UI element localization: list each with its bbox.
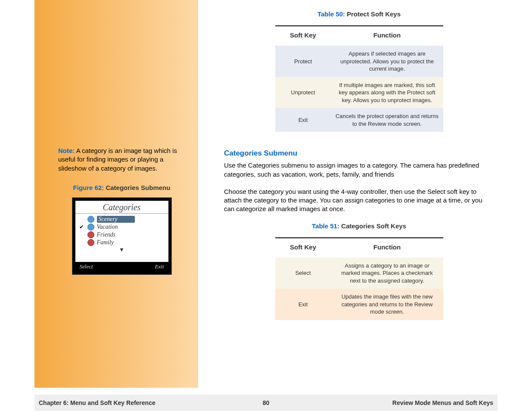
table-row: Select Assigns a category to an image or…	[275, 258, 443, 289]
cell-function: If multiple images are marked, this soft…	[331, 81, 443, 104]
screen-softkey-bar: Select Exit	[75, 262, 168, 271]
table-row: Exit Updates the image files with the ne…	[275, 289, 443, 320]
category-icon	[87, 216, 94, 223]
category-label: Vacation	[97, 224, 118, 230]
category-label: Scenery	[97, 216, 135, 223]
category-row: Family	[79, 239, 165, 246]
table51-number: Table 51:	[312, 222, 339, 230]
footer-page-number: 80	[263, 399, 270, 406]
category-icon	[87, 224, 94, 230]
cell-softkey: Exit	[275, 301, 331, 308]
sidebar-panel: Note: A category is an image tag which i…	[34, 0, 198, 388]
category-row: Friends	[79, 231, 165, 239]
table-header-row: Soft Key Function	[275, 26, 443, 46]
table-protect-softkeys: Soft Key Function Protect Appears if sel…	[275, 25, 443, 132]
cell-function: Appears if selected images are unprotect…	[331, 50, 443, 73]
camera-lcd-mockup: Categories Scenery ✔ Vacation	[72, 197, 172, 275]
table-categories-softkeys: Soft Key Function Select Assigns a categ…	[275, 237, 443, 320]
screen-title: Categories	[75, 201, 168, 214]
category-list: Scenery ✔ Vacation Friends	[75, 214, 168, 262]
cell-softkey: Exit	[275, 117, 331, 123]
category-label: Family	[97, 239, 114, 246]
note-label: Note:	[58, 147, 75, 154]
category-row: Scenery	[79, 215, 165, 223]
category-label: Friends	[97, 231, 116, 238]
figure-number: Figure 62:	[73, 184, 104, 191]
section-heading: Categories Submenu	[224, 149, 494, 158]
page-footer: Chapter 6: Menu and Soft Key Reference 8…	[34, 395, 498, 411]
body-paragraph: Use the Categories submenu to assign ima…	[224, 161, 494, 179]
note-text: A category is an image tag which is usef…	[58, 147, 177, 172]
table-header-row: Soft Key Function	[275, 238, 443, 258]
cell-softkey: Unprotect	[275, 89, 331, 96]
figure-caption: Figure 62: Categories Submenu	[58, 184, 185, 191]
cell-function: Assigns a category to an image or marked…	[331, 262, 443, 285]
body-paragraph: Choose the category you want using the 4…	[224, 187, 494, 214]
table50-caption: Table 50: Protect Soft Keys	[224, 10, 494, 18]
cell-softkey: Select	[275, 270, 331, 276]
softkey-left: Select	[80, 263, 93, 270]
col-header-function: Function	[331, 243, 443, 251]
footer-right: Review Mode Menus and Soft Keys	[392, 399, 493, 406]
table51-title: Categories Soft Keys	[339, 222, 406, 230]
cell-softkey: Protect	[275, 58, 331, 65]
footer-left: Chapter 6: Menu and Soft Key Reference	[39, 399, 156, 406]
softkey-right: Exit	[155, 263, 164, 270]
table51-caption: Table 51: Categories Soft Keys	[224, 222, 494, 230]
category-icon	[87, 231, 94, 238]
cell-function: Updates the image files with the new cat…	[331, 293, 443, 316]
table-row: Unprotect If multiple images are marked,…	[275, 77, 443, 109]
table-row: Protect Appears if selected images are u…	[275, 46, 443, 77]
figure-title: Categories Submenu	[104, 184, 170, 191]
main-content: Table 50: Protect Soft Keys Soft Key Fun…	[198, 0, 498, 388]
table-row: Exit Cancels the protect operation and r…	[275, 108, 443, 132]
cell-function: Cancels the protect operation and return…	[331, 112, 443, 128]
checkmark-icon: ✔	[79, 224, 85, 230]
table50-title: Protect Soft Keys	[345, 10, 401, 18]
category-row: ✔ Vacation	[79, 223, 165, 231]
col-header-function: Function	[331, 31, 443, 39]
note-block: Note: A category is an image tag which i…	[58, 146, 185, 173]
scroll-down-icon: ▼	[79, 246, 165, 253]
col-header-softkey: Soft Key	[275, 31, 331, 39]
col-header-softkey: Soft Key	[275, 243, 331, 251]
table50-number: Table 50:	[317, 10, 345, 18]
category-icon	[87, 239, 94, 246]
